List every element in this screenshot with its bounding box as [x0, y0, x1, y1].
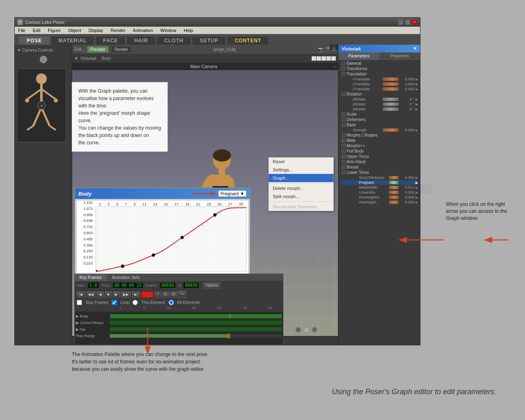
skip-frames-checkbox[interactable] — [77, 300, 82, 305]
rotatey-slider[interactable] — [383, 103, 399, 106]
render-tab[interactable]: Render — [111, 46, 132, 53]
group-base[interactable]: − Base — [340, 122, 418, 128]
maximize-button[interactable]: □ — [405, 19, 411, 25]
nav-circle-2[interactable] — [304, 327, 309, 333]
options-button[interactable]: Options — [203, 283, 220, 288]
tab-pose[interactable]: POSE — [19, 36, 50, 45]
plus-male[interactable]: + — [342, 139, 345, 142]
nav-circle-1[interactable] — [295, 327, 301, 333]
subject-selector[interactable]: Victoria4 — [80, 56, 96, 61]
group-full-body[interactable]: + Full Body — [340, 148, 418, 154]
timeline-hip-track[interactable] — [110, 327, 282, 331]
tab-properties[interactable]: Properties — [379, 52, 420, 60]
play-range-handle[interactable] — [228, 333, 230, 338]
linea-alba-arrow[interactable]: ▶ — [415, 191, 418, 194]
ctx-split-morph[interactable]: Split morph... — [269, 192, 333, 201]
transz-slider[interactable] — [383, 87, 399, 91]
transy-arrow[interactable]: ▶ — [415, 82, 418, 86]
minus-morphs[interactable]: − — [342, 133, 345, 137]
btn-back[interactable]: ◀ — [97, 292, 104, 297]
btn-stop[interactable]: ■ — [105, 292, 111, 297]
anim-tab-keyframes[interactable]: Key Frames — [75, 274, 107, 281]
btn-forward[interactable]: ▶▶ — [121, 292, 131, 297]
timeline-body-track[interactable] — [110, 314, 282, 318]
minus-lower-torso[interactable]: − — [342, 171, 345, 174]
camera-rotate-btn[interactable] — [40, 56, 47, 63]
tab-hair[interactable]: HAIR — [126, 36, 155, 45]
btn-fx2[interactable]: fx — [170, 292, 177, 297]
render-icon[interactable]: 🎬 — [325, 47, 331, 52]
this-element-radio[interactable] — [132, 300, 138, 305]
torso-thickness-arrow[interactable]: ▶ — [415, 176, 418, 180]
tab-cloth[interactable]: CLOTH — [157, 36, 191, 45]
rotatex-arrow[interactable]: ▶ — [415, 98, 418, 101]
preview-tab[interactable]: Preview — [87, 46, 109, 53]
menu-display[interactable]: Display — [87, 28, 105, 33]
plus-breast[interactable]: + — [342, 165, 345, 169]
menu-window[interactable]: Window — [159, 28, 178, 33]
menu-edit[interactable]: Edit — [31, 28, 42, 33]
ctx-reset[interactable]: Reset — [269, 158, 333, 166]
loop-checkbox[interactable] — [112, 300, 117, 305]
tab-parameters[interactable]: Parameters — [338, 52, 379, 60]
waist-width-slider[interactable] — [389, 186, 399, 189]
abs-height-lo-arrow[interactable]: ▶ — [415, 201, 418, 204]
menu-animation[interactable]: Animation — [131, 28, 155, 33]
group-transforms[interactable]: − Transforms — [340, 66, 418, 71]
btn-wave[interactable]: 〜 — [178, 291, 186, 298]
btn-fx[interactable]: fx — [162, 292, 169, 297]
param-row-pregnant[interactable]: Pregnant ▶ — [340, 180, 418, 185]
rotatex-slider[interactable] — [383, 98, 399, 101]
plus-scale[interactable]: + — [342, 112, 345, 116]
minus-base[interactable]: − — [342, 123, 345, 127]
menu-file[interactable]: File — [16, 28, 27, 33]
part-selector[interactable]: Body — [102, 56, 111, 61]
group-arm-hand[interactable]: + Arm-Hand — [340, 159, 418, 164]
close-button[interactable]: ✕ — [412, 19, 418, 25]
strength-arrow[interactable]: ▶ — [415, 128, 418, 132]
menu-figure[interactable]: Figure — [46, 28, 62, 33]
strength-slider[interactable] — [383, 128, 399, 132]
pregnant-arrow[interactable]: ▶ — [415, 181, 418, 185]
minus-general[interactable]: − — [342, 62, 345, 65]
rotatey-arrow[interactable]: ▶ — [415, 103, 418, 106]
group-general[interactable]: − General — [340, 61, 418, 66]
plus-upper-torso[interactable]: + — [342, 155, 345, 158]
group-morphs-plus[interactable]: − Morphs++ — [340, 143, 418, 148]
abs-height-h-slider[interactable] — [389, 196, 399, 199]
play-range-bar[interactable] — [110, 334, 230, 338]
play-range-track[interactable] — [110, 334, 282, 338]
transx-arrow[interactable]: ▶ — [415, 78, 418, 81]
abs-height-h-arrow[interactable]: ▶ — [415, 196, 418, 199]
tab-content[interactable]: CONTENT — [227, 36, 269, 45]
group-morphs-shapes[interactable]: − Morphs | Shapes — [340, 132, 418, 138]
group-deformers[interactable]: − Deformers — [340, 117, 418, 122]
transx-slider[interactable] — [383, 78, 399, 81]
graph-dropdown[interactable]: Pregnant ▼ — [218, 190, 247, 197]
panel-close-icon[interactable]: ✕ — [413, 46, 417, 51]
tab-material[interactable]: MATERIAL — [50, 36, 94, 45]
waist-width-arrow[interactable]: ▶ — [415, 186, 418, 189]
camera-icon[interactable]: 📷 — [318, 47, 324, 52]
rotatez-slider[interactable] — [383, 107, 399, 111]
group-scale[interactable]: + Scale — [340, 112, 418, 117]
pregnant-slider[interactable] — [389, 181, 399, 184]
btn-play-next[interactable]: ▶| — [132, 292, 140, 297]
minus-translation[interactable]: − — [342, 72, 345, 76]
minus-transforms[interactable]: − — [342, 67, 345, 71]
minus-deformers[interactable]: − — [342, 118, 345, 121]
group-male[interactable]: + Male — [340, 138, 418, 143]
anim-tab-sets[interactable]: Animation Sets — [107, 274, 145, 281]
btn-rewind[interactable]: ◀◀ — [86, 292, 96, 297]
torso-thickness-slider[interactable] — [389, 176, 399, 179]
group-rotation[interactable]: − Rotation — [340, 91, 418, 97]
menu-object[interactable]: Object — [66, 28, 83, 33]
tab-face[interactable]: FACE — [95, 36, 126, 45]
ctx-settings[interactable]: Settings... — [269, 166, 333, 174]
btn-add-key[interactable]: + — [155, 292, 161, 297]
plus-full-body[interactable]: + — [342, 149, 345, 153]
all-elements-radio[interactable] — [169, 300, 174, 305]
ctx-delete-morph[interactable]: Delete morph... — [269, 184, 333, 192]
tab-setup[interactable]: SETUP — [192, 36, 226, 45]
group-lower-torso[interactable]: − Lower Torso — [340, 170, 418, 175]
